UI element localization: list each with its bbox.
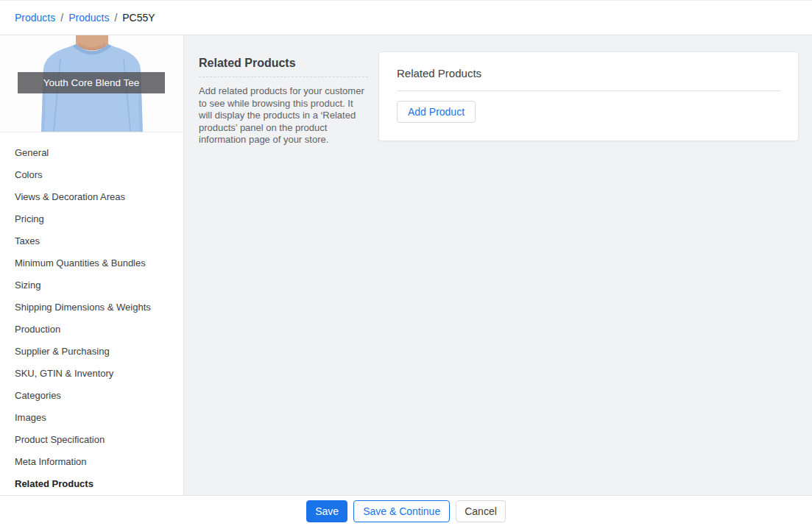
breadcrumb-link-products[interactable]: Products [15, 12, 55, 24]
breadcrumb-current-sku: PC55Y [122, 12, 155, 24]
sidebar-item-taxes[interactable]: Taxes [0, 230, 183, 252]
sidebar-item-general[interactable]: General [0, 141, 183, 163]
card-title: Related Products [397, 67, 780, 79]
top-bar: Products / Products / PC55Y [0, 0, 812, 35]
sidebar-item-minimum-quantities-bundles[interactable]: Minimum Quantities & Bundles [0, 252, 183, 274]
sidebar-item-sku-gtin-inventory[interactable]: SKU, GTIN & Inventory [0, 362, 183, 384]
page-title: Related Products [199, 51, 368, 70]
sidebar-item-views-decoration-areas[interactable]: Views & Decoration Areas [0, 185, 183, 207]
main-content: Related Products Add related products fo… [184, 35, 812, 495]
sidebar-item-pricing[interactable]: Pricing [0, 207, 183, 230]
breadcrumb-separator: / [60, 12, 63, 24]
card-divider [397, 90, 780, 91]
related-products-card: Related Products Add Product [378, 51, 799, 141]
sidebar-item-categories[interactable]: Categories [0, 384, 183, 406]
sidebar-item-product-specification[interactable]: Product Specification [0, 428, 183, 450]
section-info: Related Products Add related products fo… [199, 51, 368, 146]
sidebar-item-sizing[interactable]: Sizing [0, 274, 183, 296]
sidebar-item-shipping-dimensions-weights[interactable]: Shipping Dimensions & Weights [0, 296, 183, 318]
sidebar-item-production[interactable]: Production [0, 318, 183, 340]
sidebar-item-meta-information[interactable]: Meta Information [0, 450, 183, 472]
section-description: Add related products for your customer t… [199, 85, 368, 146]
sidebar-item-related-products[interactable]: Related Products [0, 472, 183, 494]
breadcrumb-separator: / [114, 12, 117, 24]
product-image: Youth Core Blend Tee [0, 35, 183, 132]
section-divider [199, 77, 368, 77]
save-continue-button[interactable]: Save & Continue [353, 500, 450, 522]
cancel-button[interactable]: Cancel [456, 500, 506, 522]
product-name-overlay: Youth Core Blend Tee [18, 72, 165, 93]
action-bar: Save Save & Continue Cancel [0, 495, 812, 526]
breadcrumb: Products / Products / PC55Y [15, 12, 155, 24]
save-button[interactable]: Save [306, 500, 347, 522]
breadcrumb-link-products-2[interactable]: Products [68, 12, 109, 24]
sidebar-item-supplier-purchasing[interactable]: Supplier & Purchasing [0, 340, 183, 362]
sidebar-item-images[interactable]: Images [0, 406, 183, 428]
sidebar-item-colors[interactable]: Colors [0, 163, 183, 185]
product-sidebar: Youth Core Blend Tee General Colors View… [0, 35, 184, 495]
add-product-button[interactable]: Add Product [397, 101, 476, 123]
sidebar-nav: General Colors Views & Decoration Areas … [0, 132, 183, 494]
